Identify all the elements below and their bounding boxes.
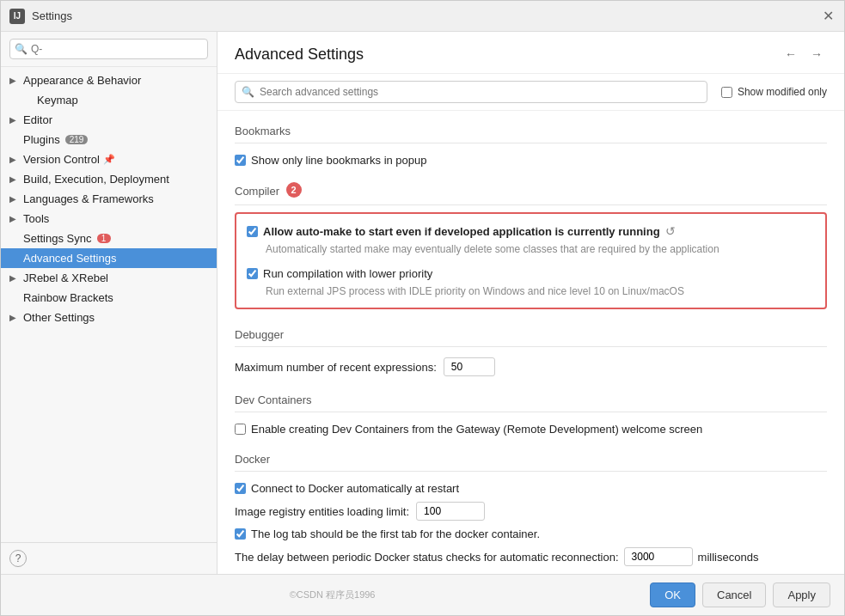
delay-periodic-input[interactable]: [624, 547, 693, 566]
sidebar-item-label: Plugins: [23, 133, 60, 146]
content-header: Advanced Settings ← →: [217, 32, 844, 74]
setting-image-registry-limit: Image registry entities loading limit:: [235, 498, 827, 524]
delay-periodic-label: The delay between periodic Docker status…: [235, 551, 619, 564]
image-registry-limit-input[interactable]: [416, 502, 485, 521]
sidebar-item-label: Tools: [23, 212, 49, 225]
apply-button[interactable]: Apply: [773, 582, 830, 607]
section-docker-header: Docker: [235, 439, 827, 472]
log-tab-first-checkbox[interactable]: [235, 528, 246, 540]
sidebar-item-build-execution-deployment[interactable]: ▶ Build, Execution, Deployment: [1, 169, 217, 189]
footer: ©CSDN 程序员1996 OK Cancel Apply: [1, 574, 844, 615]
section-bookmarks-header: Bookmarks: [235, 111, 827, 143]
image-registry-limit-label: Image registry entities loading limit:: [235, 505, 409, 518]
log-tab-first-label[interactable]: The log tab should be the first tab for …: [235, 528, 540, 540]
sidebar-item-languages-frameworks[interactable]: ▶ Languages & Frameworks: [1, 189, 217, 209]
show-modified-label[interactable]: Show modified only: [721, 86, 827, 98]
setting-allow-auto-make: Allow auto-make to start even if develop…: [247, 221, 815, 241]
allow-auto-make-hint: Automatically started make may eventuall…: [247, 241, 815, 259]
run-compilation-label[interactable]: Run compilation with lower priority: [247, 267, 432, 280]
sidebar-item-label: Settings Sync: [23, 232, 92, 245]
sidebar-item-rainbow-brackets[interactable]: Rainbow Brackets: [1, 288, 217, 308]
connect-docker-checkbox[interactable]: [235, 483, 246, 494]
setting-show-only-line-bookmarks: Show only line bookmarks in popup: [235, 150, 827, 170]
nav-arrows: ← →: [781, 44, 827, 64]
cancel-button[interactable]: Cancel: [702, 582, 766, 607]
app-icon: IJ: [9, 9, 25, 24]
sidebar-item-label: Appearance & Behavior: [23, 74, 141, 87]
sidebar-item-tools[interactable]: ▶ Tools: [1, 209, 217, 229]
sidebar-item-advanced-settings[interactable]: Advanced Settings: [1, 248, 217, 268]
enable-dev-containers-checkbox[interactable]: [235, 424, 246, 435]
nav-back-button[interactable]: ←: [781, 44, 801, 64]
max-recent-expressions-label: Maximum number of recent expressions:: [235, 361, 437, 374]
arrow-icon: ▶: [9, 194, 20, 204]
settings-sync-badge: 1: [97, 234, 111, 243]
setting-connect-docker: Connect to Docker automatically at resta…: [235, 479, 827, 498]
search-field-wrap: 🔍: [235, 81, 707, 103]
content-area: Advanced Settings ← → 🔍 Show modified on…: [217, 32, 844, 574]
show-modified-checkbox[interactable]: [721, 87, 732, 98]
nav-forward-button[interactable]: →: [806, 44, 827, 64]
reset-icon[interactable]: ↺: [665, 224, 676, 238]
page-title: Advanced Settings: [235, 46, 364, 64]
sidebar-item-other-settings[interactable]: ▶ Other Settings: [1, 308, 217, 327]
run-compilation-checkbox[interactable]: [247, 268, 258, 279]
settings-search-input[interactable]: [235, 81, 707, 103]
delay-periodic-suffix: milliseconds: [698, 551, 759, 564]
help-button[interactable]: ?: [9, 550, 27, 567]
compiler-badge: 2: [286, 182, 302, 198]
sidebar-item-label: Advanced Settings: [23, 252, 116, 265]
show-only-line-bookmarks-label[interactable]: Show only line bookmarks in popup: [235, 154, 427, 167]
show-only-line-bookmarks-checkbox[interactable]: [235, 155, 246, 166]
settings-scroll-area[interactable]: Bookmarks Show only line bookmarks in po…: [217, 111, 844, 574]
sidebar-item-plugins[interactable]: Plugins 219: [1, 130, 217, 149]
sidebar-items: ▶ Appearance & Behavior Keymap ▶ Editor …: [1, 67, 217, 542]
sidebar-item-label: JRebel & XRebel: [23, 271, 108, 284]
ok-button[interactable]: OK: [650, 582, 695, 607]
arrow-icon: ▶: [9, 273, 20, 283]
sidebar-item-jrebel-xrebel[interactable]: ▶ JRebel & XRebel: [1, 268, 217, 288]
log-tab-first-text: The log tab should be the first tab for …: [251, 528, 540, 540]
sidebar-item-settings-sync[interactable]: Settings Sync 1: [1, 229, 217, 248]
sidebar: 🔍 ▶ Appearance & Behavior Keymap ▶ Edito…: [1, 32, 217, 574]
setting-max-recent-expressions: Maximum number of recent expressions:: [235, 354, 827, 380]
arrow-icon: ▶: [9, 76, 20, 85]
sidebar-item-label: Languages & Frameworks: [23, 192, 154, 205]
sidebar-item-editor[interactable]: ▶ Editor: [1, 110, 217, 130]
section-dev-containers-header: Dev Containers: [235, 380, 827, 412]
search-icon: 🔍: [242, 86, 254, 98]
section-compiler-header: Compiler 2: [235, 170, 827, 205]
enable-dev-containers-text: Enable creating Dev Containers from the …: [251, 423, 702, 436]
arrow-icon: ▶: [9, 115, 20, 125]
sidebar-search-input[interactable]: [9, 39, 208, 59]
show-modified-text: Show modified only: [738, 86, 827, 98]
sidebar-item-label: Other Settings: [23, 311, 95, 324]
arrow-icon: ▶: [9, 313, 20, 322]
sidebar-item-appearance-behavior[interactable]: ▶ Appearance & Behavior: [1, 70, 217, 90]
allow-auto-make-text: Allow auto-make to start even if develop…: [263, 225, 660, 238]
arrow-icon: ▶: [9, 214, 20, 223]
pin-icon: 📌: [103, 154, 115, 165]
title-bar: IJ Settings ✕: [1, 1, 844, 32]
show-only-line-bookmarks-text: Show only line bookmarks in popup: [251, 154, 427, 167]
run-compilation-text: Run compilation with lower priority: [263, 267, 432, 280]
sidebar-item-label: Editor: [23, 113, 52, 126]
enable-dev-containers-label[interactable]: Enable creating Dev Containers from the …: [235, 423, 702, 436]
plugins-badge: 219: [65, 135, 89, 144]
run-compilation-hint: Run external JPS process with IDLE prior…: [247, 284, 815, 301]
allow-auto-make-checkbox[interactable]: [247, 226, 258, 237]
allow-auto-make-label[interactable]: Allow auto-make to start even if develop…: [247, 224, 676, 238]
compiler-highlighted-section: Allow auto-make to start even if develop…: [235, 212, 827, 309]
close-button[interactable]: ✕: [820, 9, 836, 24]
connect-docker-label[interactable]: Connect to Docker automatically at resta…: [235, 482, 459, 495]
max-recent-expressions-input[interactable]: [444, 357, 495, 376]
settings-search-bar: 🔍 Show modified only: [217, 74, 844, 111]
sidebar-item-label: Version Control: [23, 153, 100, 166]
sidebar-search-area: 🔍: [1, 32, 217, 67]
sidebar-item-keymap[interactable]: Keymap: [1, 90, 217, 110]
sidebar-item-version-control[interactable]: ▶ Version Control 📌: [1, 149, 217, 169]
search-icon: 🔍: [15, 43, 28, 55]
setting-enable-dev-containers: Enable creating Dev Containers from the …: [235, 419, 827, 439]
window-title: Settings: [32, 9, 820, 22]
setting-run-compilation-lower-priority: Run compilation with lower priority: [247, 264, 815, 284]
